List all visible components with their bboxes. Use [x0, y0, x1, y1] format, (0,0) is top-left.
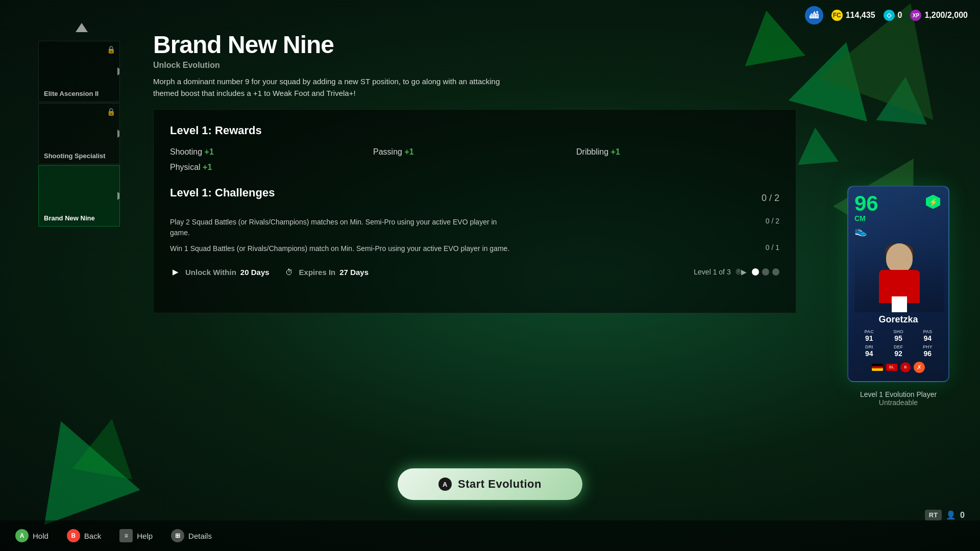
player-rating: 96: [854, 193, 878, 214]
challenges-progress: 0 / 2: [762, 193, 779, 204]
unlock-label: Unlock Evolution: [153, 61, 796, 70]
player-silhouette: [869, 243, 930, 310]
player-image: [854, 241, 944, 312]
level-nav-icon: ®▶: [736, 268, 747, 276]
xp-value: 1,200/2,000: [924, 11, 968, 20]
rt-value: 0: [960, 511, 965, 520]
stat-dri: DRI 94: [854, 344, 884, 358]
top-currency-bar: 🏙 FC 114,435 ◇ 0 XP 1,200/2,000: [793, 0, 980, 31]
challenges-title: Level 1: Challenges: [170, 186, 275, 199]
stat-phy-label: PHY: [913, 344, 942, 349]
action-back[interactable]: B Back: [67, 529, 101, 542]
sidebar-lock-icon-2: 🔒: [107, 108, 115, 116]
reward-physical-label: Physical: [170, 163, 203, 171]
level-dots: [752, 268, 779, 276]
player-position: CM: [854, 214, 866, 222]
detail-button-icon: ⊞: [171, 529, 184, 542]
unlock-within-label: Unlock Within: [185, 268, 236, 277]
evo-description: Morph a dominant number 9 for your squad…: [153, 76, 510, 99]
fc-currency: FC 114,435: [831, 10, 875, 21]
rt-indicator: RT 👤 0: [925, 510, 965, 520]
level-indicator-text: Level 1 of 3: [694, 268, 730, 276]
card-flags: BL B ✗: [854, 362, 942, 373]
player-head: [886, 243, 913, 273]
fc-value: 114,435: [846, 11, 875, 20]
level-indicator: Level 1 of 3 ®▶: [694, 268, 779, 276]
sidebar-lock-icon-1: 🔒: [107, 45, 115, 54]
club-badge: 🏙: [805, 6, 823, 24]
stat-def-label: DEF: [884, 344, 913, 349]
player-jersey: [892, 296, 907, 312]
help-label: Help: [137, 532, 153, 540]
action-hold[interactable]: A Hold: [15, 529, 48, 542]
challenge-2-count: 0 / 1: [766, 243, 779, 252]
stat-pas-value: 94: [913, 334, 942, 342]
challenge-1-text: Play 2 Squad Battles (or Rivals/Champion…: [170, 217, 517, 238]
action-details[interactable]: ⊞ Details: [171, 529, 212, 542]
player-name: Goretzka: [854, 314, 942, 325]
evo-player-label: Level 1 Evolution Player: [860, 390, 937, 398]
player-body: [879, 270, 920, 303]
challenge-row-1: Play 2 Squad Battles (or Rivals/Champion…: [170, 217, 779, 238]
player-stats-grid: PAC 91 SHO 95 PAS 94 DRI 94 DEF 92: [854, 329, 942, 358]
vc-icon: ◇: [884, 10, 895, 21]
fc-icon: FC: [831, 10, 843, 21]
reward-dribbling-value: +1: [611, 147, 620, 156]
expires-in-timer: ⏱ Expires In 27 Days: [284, 266, 369, 278]
rt-badge: RT: [925, 510, 942, 520]
expires-in-value: 27 Days: [339, 268, 369, 277]
sidebar-item-elite-ascension[interactable]: Elite Ascension II 🔒: [38, 41, 120, 102]
b-button-icon: B: [67, 529, 80, 542]
unlock-within-value: 20 Days: [240, 268, 270, 277]
footer-timers: ▶ Unlock Within 20 Days ⏱ Expires In 27 …: [170, 266, 369, 278]
level-dot-1: [752, 268, 759, 276]
sidebar-item-elite-label: Elite Ascension II: [44, 90, 99, 97]
stat-pac-label: PAC: [854, 329, 884, 334]
sidebar: Elite Ascension II 🔒 Shooting Specialist…: [0, 0, 133, 551]
start-btn-label: Start Evolution: [458, 478, 542, 491]
hold-label: Hold: [33, 532, 48, 540]
card-header: 96 CM 👟 ⚡: [854, 193, 942, 239]
level-dot-2: [762, 268, 769, 276]
challenge-2-text: Win 1 Squad Battles (or Rivals/Champions…: [170, 243, 517, 254]
stat-phy-value: 96: [913, 349, 942, 358]
challenges-header: Level 1: Challenges 0 / 2: [170, 186, 779, 210]
flag-germany: [872, 364, 883, 371]
sidebar-scroll-up-icon[interactable]: [76, 23, 88, 32]
player-card: 96 CM 👟 ⚡ Goretzka PAC 91: [847, 186, 949, 382]
start-evolution-button[interactable]: A Start Evolution: [398, 468, 582, 500]
reward-dribbling: Dribbling +1: [576, 147, 779, 157]
stat-phy: PHY 96: [913, 344, 942, 358]
bottom-bar: A Hold B Back ≡ Help ⊞ Details: [0, 520, 980, 551]
xp-currency: XP 1,200/2,000: [910, 10, 968, 21]
sidebar-item-shooting-specialist[interactable]: Shooting Specialist 🔒: [38, 103, 120, 164]
unlock-within-timer: ▶ Unlock Within 20 Days: [170, 266, 270, 278]
stat-pas: PAS 94: [913, 329, 942, 342]
restrict-icon: ✗: [914, 362, 925, 373]
player-card-info: Level 1 Evolution Player Untradeable: [860, 390, 937, 407]
reward-shooting-label: Shooting: [170, 147, 205, 156]
evo-card: Level 1: Rewards Shooting +1 Passing +1 …: [153, 109, 796, 313]
stat-sho-value: 95: [884, 334, 913, 342]
menu-button-icon: ≡: [119, 529, 133, 542]
play-icon: ▶: [170, 266, 181, 278]
challenge-row-2: Win 1 Squad Battles (or Rivals/Champions…: [170, 243, 779, 254]
sidebar-item-shooting-label: Shooting Specialist: [44, 152, 106, 160]
a-button-icon: A: [15, 529, 29, 542]
sidebar-item-brandnewnine-label: Brand New Nine: [44, 214, 95, 222]
back-label: Back: [84, 532, 101, 540]
flag-bayern: B: [900, 362, 911, 372]
stat-sho-label: SHO: [884, 329, 913, 334]
stat-def-value: 92: [884, 349, 913, 358]
sidebar-item-brand-new-nine[interactable]: Brand New Nine: [38, 165, 120, 227]
start-btn-a-icon: A: [438, 478, 452, 491]
stat-def: DEF 92: [884, 344, 913, 358]
action-help[interactable]: ≡ Help: [119, 529, 153, 542]
flag-bundesliga: BL: [886, 364, 897, 371]
details-label: Details: [188, 532, 212, 540]
untradeable-label: Untradeable: [860, 398, 937, 407]
reward-passing-label: Passing: [373, 147, 404, 156]
stat-pas-label: PAS: [913, 329, 942, 334]
reward-passing: Passing +1: [373, 147, 576, 157]
reward-shooting-value: +1: [205, 147, 214, 156]
